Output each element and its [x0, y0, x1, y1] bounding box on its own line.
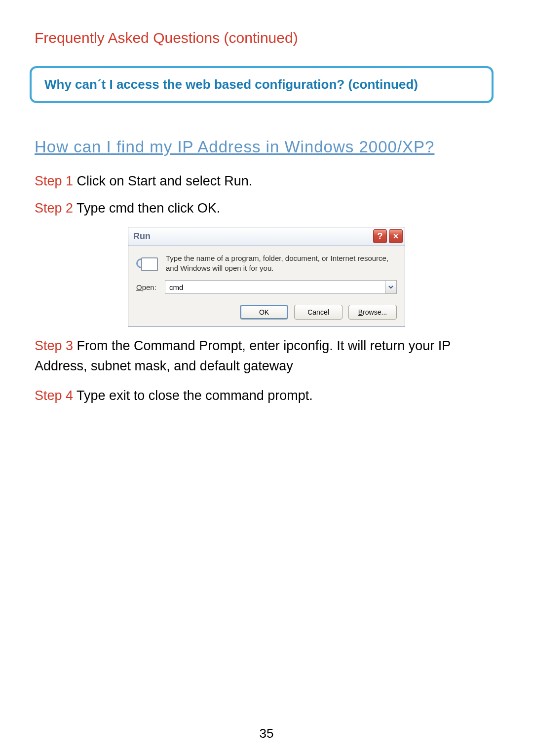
- open-input[interactable]: cmd: [165, 280, 385, 294]
- page-number: 35: [0, 726, 533, 741]
- close-button[interactable]: ×: [389, 229, 403, 243]
- chevron-down-icon[interactable]: [385, 280, 397, 294]
- help-button[interactable]: ?: [373, 229, 387, 243]
- run-description: Type the name of a program, folder, docu…: [166, 253, 397, 273]
- open-label: Open:: [136, 283, 159, 291]
- open-combobox[interactable]: cmd: [165, 280, 397, 294]
- page-header: Frequently Asked Questions (continued): [35, 30, 498, 46]
- ok-button[interactable]: OK: [240, 305, 288, 320]
- step-text: Type cmd then click OK.: [73, 201, 220, 216]
- step-text: Click on Start and select Run.: [73, 174, 252, 188]
- step-text: From the Command Prompt, enter ipconfig.…: [35, 338, 451, 373]
- step-label: Step 4: [35, 388, 73, 403]
- step-text: Type exit to close the command prompt.: [73, 388, 313, 403]
- run-icon: [136, 253, 158, 273]
- browse-button[interactable]: Browse...: [348, 305, 397, 320]
- step-1: Step 1 Click on Start and select Run.: [35, 171, 498, 191]
- dialog-body: Type the name of a program, folder, docu…: [128, 246, 405, 326]
- step-2: Step 2 Type cmd then click OK.: [35, 198, 498, 218]
- step-label: Step 1: [35, 174, 73, 188]
- info-banner: Why can´t I access the web based configu…: [30, 66, 494, 103]
- run-dialog: Run ? × Type the name of a program, fold…: [128, 227, 405, 327]
- run-dialog-container: Run ? × Type the name of a program, fold…: [35, 227, 498, 327]
- titlebar-title: Run: [133, 231, 371, 242]
- banner-text: Why can´t I access the web based configu…: [44, 77, 418, 92]
- step-3: Step 3 From the Command Prompt, enter ip…: [35, 336, 498, 376]
- step-4: Step 4 Type exit to close the command pr…: [35, 386, 498, 406]
- step-label: Step 3: [35, 338, 73, 353]
- cancel-button[interactable]: Cancel: [294, 305, 343, 320]
- section-heading: How can I find my IP Address in Windows …: [35, 138, 498, 156]
- step-label: Step 2: [35, 201, 73, 216]
- titlebar: Run ? ×: [128, 227, 405, 246]
